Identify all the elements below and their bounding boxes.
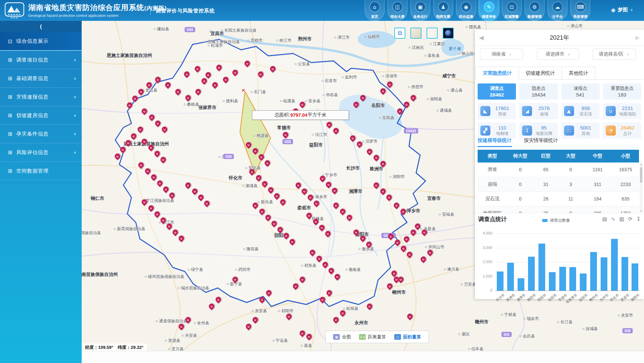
map-label: 常德市 (277, 125, 291, 131)
stat-button-速报点[interactable]: 速报点541 (561, 83, 600, 100)
line-chart-icon[interactable]: ∿ (611, 216, 615, 222)
scrollbar-thumb[interactable] (640, 167, 642, 183)
refresh-icon[interactable]: ⟳ (628, 216, 633, 222)
distance-measure-button[interactable]: o–o距离量算 (359, 334, 386, 340)
type-card-地面塌陷[interactable]: ∪2231地面塌陷 (603, 103, 641, 119)
stat-button-调查点[interactable]: 调查点28462 (478, 83, 516, 100)
cursor-coordinates: 经度：109.59° 纬度：29.32° (82, 343, 147, 351)
scroll-down-icon[interactable]: ▼ (640, 210, 643, 212)
download-icon[interactable]: ↧ (636, 216, 641, 222)
region-select-1[interactable]: 请选择市∨ (537, 48, 579, 60)
chart-bar[interactable] (497, 271, 504, 291)
sidebar-item-survey-project[interactable]: ⊞调查项目信息∨ (0, 51, 82, 69)
sidebar-item-label: 基础调查信息 (16, 75, 49, 82)
table-cell: 0 (507, 191, 533, 206)
chart-bar[interactable] (611, 239, 618, 291)
satellite-basemap-thumb[interactable] (427, 28, 438, 39)
sidebar-item-label: 空间数据管理 (16, 168, 49, 174)
sidebar-item-risk-assessment[interactable]: ⊞风险评估信息∨ (0, 143, 82, 162)
map-label: ○ 长阳土家族自治县 (221, 28, 257, 33)
subtab-按灾情等级统计[interactable]: 按灾情等级统计 (524, 137, 558, 147)
nav-tab-survey-evaluation[interactable]: ✎调查评价 (479, 0, 499, 21)
chart-bar[interactable] (590, 252, 597, 291)
sidebar-collapse-button[interactable]: ⟨ (0, 21, 82, 32)
sidebar-item-info-display[interactable]: ⊡综合信息展示 (0, 32, 82, 51)
table-scrollbar[interactable]: ▲ ▼ (640, 162, 643, 213)
disaster-report-icon: ⊞ (8, 94, 12, 100)
stat-button-隐患点[interactable]: 隐患点18434 (519, 83, 558, 100)
type-card-地裂缝[interactable]: ▞110地裂缝 (478, 122, 516, 139)
user-menu[interactable]: ◉ 梦图 ∨ (611, 7, 633, 13)
nav-tab-big-screen[interactable]: ◫综合大屏 (388, 0, 407, 21)
type-card-滑坡[interactable]: ◣17601滑坡 (478, 103, 516, 119)
chart-bar[interactable] (621, 257, 628, 291)
marker-glyph-icon: ∪ (374, 155, 379, 160)
scroll-up-icon[interactable]: ▲ (640, 163, 643, 166)
chart-legend[interactable]: 调查点数量 (542, 218, 570, 223)
chart-bar[interactable] (528, 257, 535, 291)
year-prev-button[interactable]: ◀ (479, 34, 484, 41)
gridline (495, 277, 640, 277)
marker-glyph-icon: ∪ (223, 77, 228, 82)
chart-bar[interactable] (518, 278, 524, 291)
nav-tab-business-run[interactable]: ▣业务运行 (410, 0, 430, 21)
chart-bar[interactable] (559, 267, 566, 291)
measure-anchor-icon[interactable]: × (242, 87, 245, 94)
nav-tab-home[interactable]: ⌂首页 (365, 0, 385, 21)
type-card-泥石流[interactable]: ▲856泥石流 (561, 103, 600, 119)
subtab-按规模等级统计[interactable]: 按规模等级统计 (478, 137, 512, 147)
marker-glyph-icon: ∪ (233, 277, 238, 282)
marker-glyph-icon: ∪ (366, 242, 371, 247)
type-card-地面沉降[interactable]: ↧85地面沉降 (519, 122, 558, 139)
nav-tab-system-management[interactable]: ⌨系统管理 (570, 0, 590, 21)
area-measure-button[interactable]: ▢面积量算 (394, 334, 421, 340)
chart-bar[interactable] (601, 257, 607, 291)
list-icon[interactable]: ▤ (602, 216, 607, 222)
sidebar-item-basic-survey[interactable]: ⊞基础调查信息∨ (0, 69, 82, 88)
type-label: 地面塌陷 (616, 111, 639, 117)
tab-切坡建房统计[interactable]: 切坡建房统计 (519, 67, 562, 80)
sidebar-item-spatial-data[interactable]: ⊞空间数据管理 (0, 162, 82, 180)
chart-bar[interactable] (632, 263, 638, 291)
vector-basemap-thumb[interactable] (410, 28, 421, 39)
chart-bar[interactable] (507, 263, 514, 291)
map-label: ○ 沅江市 (312, 132, 327, 138)
sidebar-item-slope-housing[interactable]: ⊞切坡建房信息∨ (0, 106, 82, 125)
region-select-0[interactable]: 湖南省∨ (480, 48, 523, 60)
chevron-down-icon: ∨ (630, 8, 633, 12)
nav-tab-regional-warning[interactable]: ⊡区域预警 (502, 0, 522, 21)
type-value: 85 (532, 125, 556, 131)
globe-basemap-thumb[interactable] (443, 28, 454, 39)
nav-tab-command-support[interactable]: ♟指挥支撑 (433, 0, 453, 21)
sidebar-item-disaster-report[interactable]: ⊞灾情速报信息∨ (0, 88, 82, 106)
bar-chart-icon[interactable]: ▥ (619, 216, 624, 222)
tab-灾害隐患统计[interactable]: 灾害隐患统计 (476, 67, 519, 80)
type-label: 崩塌 (532, 111, 556, 117)
nav-tab-monitoring[interactable]: ◉综合监测 (456, 0, 476, 21)
chart-bar[interactable] (549, 272, 556, 291)
table-header: 中型 (583, 150, 612, 162)
region-select-2[interactable]: 请选择县/区∨ (593, 48, 636, 60)
map-label: ○ 潜山市 (567, 23, 583, 29)
map-label: ○ 宜都市 (247, 38, 263, 43)
type-card-崩塌[interactable]: ◢2578崩塌 (519, 103, 558, 119)
full-extent-button[interactable]: ▩全图 (333, 334, 351, 340)
nav-tab-cloud-platform[interactable]: ☁云平台 (548, 0, 567, 21)
marker-glyph-icon: ∪ (392, 271, 397, 276)
chart-bar[interactable] (569, 267, 576, 291)
stat-button-重要隐患点[interactable]: 重要隐患点183 (603, 83, 641, 100)
map-label: ○ 会昌县 (519, 333, 535, 339)
tab-其他统计[interactable]: 其他统计 (562, 67, 595, 80)
year-next-button[interactable]: ▶ (635, 34, 640, 41)
gridline (495, 262, 640, 262)
layer-switch-icon[interactable]: ⧉ (394, 28, 405, 39)
sidebar-item-hazard-condition[interactable]: ⊞孕灾条件信息∨ (0, 125, 82, 143)
chart-bar[interactable] (538, 244, 545, 291)
type-card-总计[interactable]: ◔28462总计 (603, 122, 641, 139)
type-card-其他[interactable]: ∷5001其他 (561, 122, 600, 139)
marker-glyph-icon: ∪ (347, 215, 352, 220)
map-label: 萍乡市 (407, 208, 420, 214)
map-label: 铜仁市 (91, 195, 105, 202)
chart-bar[interactable] (580, 274, 587, 291)
nav-tab-data-management[interactable]: ⚙数据管理 (525, 0, 545, 21)
